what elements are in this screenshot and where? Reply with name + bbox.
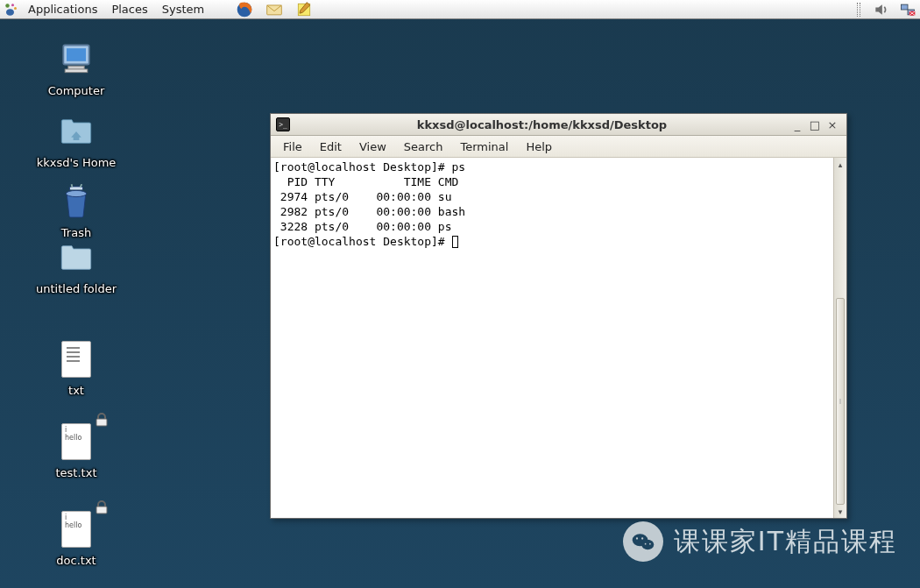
text-file-icon: ihello: [55, 421, 97, 463]
svg-rect-12: [68, 66, 84, 69]
terminal-output[interactable]: [root@localhost Desktop]# ps PID TTY TIM…: [271, 158, 833, 518]
close-button[interactable]: ×: [824, 118, 841, 131]
svg-rect-11: [67, 48, 86, 61]
menu-system[interactable]: System: [155, 1, 211, 18]
desktop-icon-label: untitled folder: [36, 282, 117, 295]
watermark-text: 课课家IT精品课程: [674, 524, 897, 560]
notes-icon[interactable]: [295, 1, 313, 18]
svg-point-3: [6, 9, 14, 16]
panel-left: Applications Places System: [4, 1, 313, 18]
sound-icon[interactable]: [873, 1, 890, 18]
svg-rect-7: [902, 4, 909, 10]
panel-right: [857, 1, 916, 18]
svg-point-20: [641, 537, 643, 539]
menu-places[interactable]: Places: [104, 1, 154, 18]
network-icon[interactable]: [899, 1, 916, 18]
top-panel: Applications Places System: [0, 0, 920, 19]
desktop-icon-computer[interactable]: Computer: [19, 39, 133, 97]
desktop-icon-untitled-folder[interactable]: untitled folder: [19, 237, 133, 295]
desktop-icon-trash[interactable]: Trash: [19, 181, 133, 239]
vertical-scrollbar[interactable]: ▴ ▾: [833, 158, 846, 518]
email-icon[interactable]: [265, 1, 283, 18]
menu-file[interactable]: File: [276, 138, 309, 155]
svg-point-1: [11, 4, 14, 6]
terminal-menubar: File Edit View Search Terminal Help: [271, 136, 846, 158]
svg-point-21: [645, 543, 647, 545]
menu-applications[interactable]: Applications: [21, 1, 104, 18]
svg-rect-15: [96, 419, 107, 426]
text-file-icon: ihello: [55, 508, 97, 550]
desktop-icon-label: doc.txt: [56, 554, 96, 567]
firefox-icon[interactable]: [236, 1, 253, 18]
svg-rect-13: [65, 69, 88, 73]
panel-grip-icon: [857, 3, 860, 17]
menu-search[interactable]: Search: [397, 138, 450, 155]
desktop-icon-label: kkxsd's Home: [37, 156, 117, 169]
desktop-icon-txt[interactable]: txt: [19, 338, 133, 397]
desktop-icon-test-txt[interactable]: ihello test.txt: [19, 421, 133, 479]
folder-icon: [55, 237, 97, 279]
text-file-icon: [55, 338, 97, 380]
terminal-window: >_ kkxsd@localhost:/home/kkxsd/Desktop _…: [270, 113, 847, 519]
terminal-cursor: [452, 236, 458, 248]
menu-terminal[interactable]: Terminal: [453, 138, 515, 155]
trash-icon: [55, 181, 97, 223]
svg-point-14: [66, 190, 86, 196]
svg-point-18: [641, 540, 654, 549]
terminal-title: kkxsd@localhost:/home/kkxsd/Desktop: [295, 118, 789, 131]
scroll-thumb[interactable]: [836, 298, 845, 505]
desktop-icon-doc-txt[interactable]: ihello doc.txt: [19, 508, 133, 567]
scroll-up-icon[interactable]: ▴: [834, 158, 846, 171]
wechat-icon: [623, 521, 663, 562]
menu-help[interactable]: Help: [519, 138, 559, 155]
desktop[interactable]: Computer kkxsd's Home Trash untitled fol…: [0, 19, 920, 588]
menu-view[interactable]: View: [352, 138, 393, 155]
scroll-down-icon[interactable]: ▾: [834, 505, 846, 518]
svg-point-2: [14, 7, 17, 10]
desktop-icon-label: Computer: [48, 84, 105, 97]
minimize-button[interactable]: _: [789, 118, 806, 131]
svg-rect-16: [96, 507, 107, 514]
terminal-titlebar[interactable]: >_ kkxsd@localhost:/home/kkxsd/Desktop _…: [271, 114, 846, 136]
menu-edit[interactable]: Edit: [313, 138, 349, 155]
svg-point-19: [636, 537, 638, 539]
computer-icon: [55, 39, 97, 81]
terminal-icon: >_: [276, 117, 290, 131]
lock-icon: [94, 499, 110, 515]
desktop-icon-label: test.txt: [56, 466, 97, 479]
desktop-icon-label: txt: [68, 384, 84, 397]
gnome-foot-icon[interactable]: [4, 2, 19, 18]
svg-point-22: [649, 543, 651, 545]
lock-icon: [94, 412, 110, 428]
watermark: 课课家IT精品课程: [623, 521, 897, 562]
terminal-body: [root@localhost Desktop]# ps PID TTY TIM…: [271, 158, 846, 518]
svg-point-0: [5, 4, 10, 8]
maximize-button[interactable]: □: [806, 118, 824, 131]
desktop-icon-home[interactable]: kkxsd's Home: [19, 110, 133, 169]
home-folder-icon: [55, 110, 97, 152]
panel-launchers: [236, 1, 313, 18]
